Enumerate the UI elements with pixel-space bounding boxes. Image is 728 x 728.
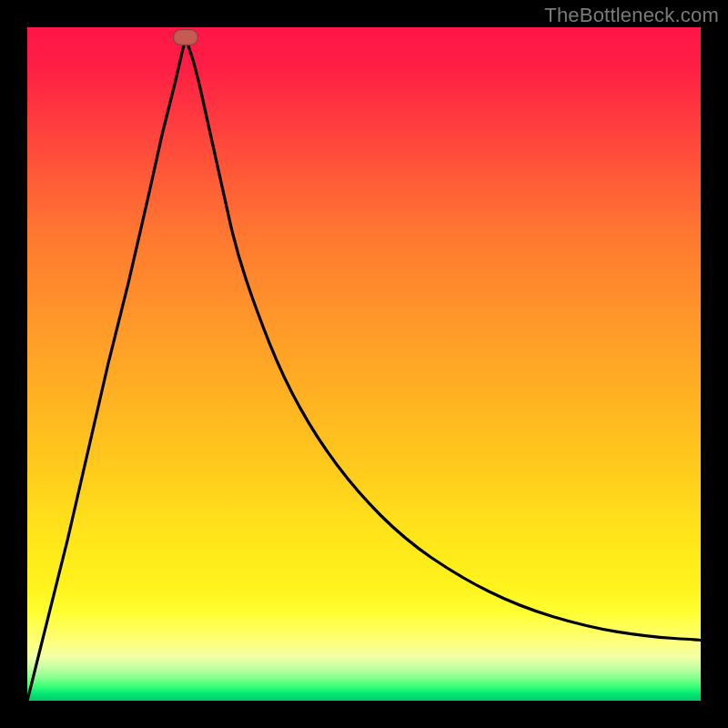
minimum-marker — [173, 29, 198, 46]
bottleneck-curve — [27, 37, 701, 701]
curve-svg — [27, 27, 701, 701]
chart-stage: TheBottleneck.com — [0, 0, 728, 728]
plot-area — [27, 27, 701, 701]
attribution-text: TheBottleneck.com — [544, 4, 719, 27]
